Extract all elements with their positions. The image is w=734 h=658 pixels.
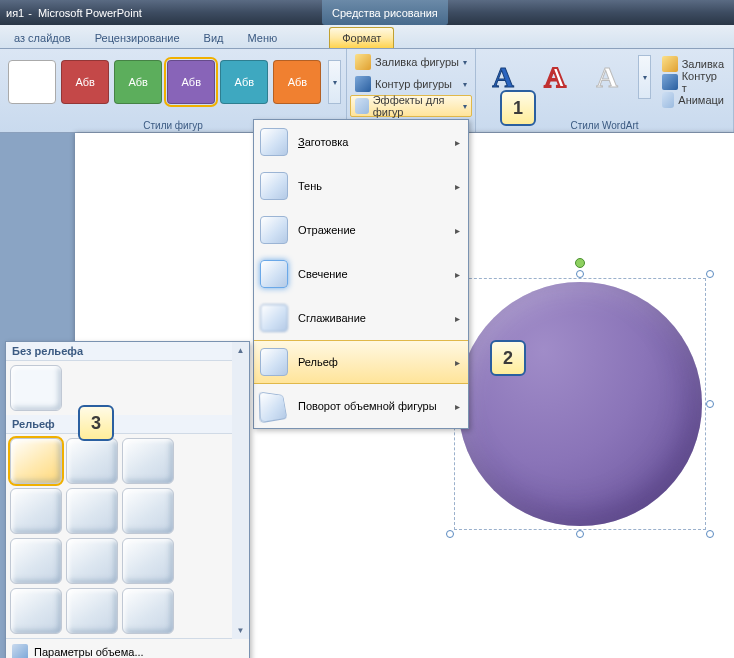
effects-menu: Заготовка ▸ Тень ▸ Отражение ▸ Свечение … [253,119,469,429]
text-fill-label: Заливка [682,58,724,70]
reflection-icon [260,216,288,244]
fx-shadow-label: Тень [298,180,322,192]
callout-1: 1 [500,90,536,126]
fx-softedge[interactable]: Сглаживание ▸ [254,296,468,340]
chevron-right-icon: ▸ [455,401,460,412]
fx-glow[interactable]: Свечение ▸ [254,252,468,296]
resize-handle[interactable] [706,400,714,408]
bevel-options[interactable]: Параметры объема... [6,638,249,658]
separator: - [28,7,32,19]
fx-softedge-label: Сглаживание [298,312,366,324]
paint-bucket-icon [355,54,371,70]
bevel-preset[interactable] [122,538,174,584]
softedge-icon [260,304,288,332]
bevel-preset[interactable] [10,588,62,634]
bevel-preset[interactable] [122,488,174,534]
bevel-header: Рельеф [6,415,249,434]
bevel-gallery: ▲ ▼ Без рельефа Рельеф Параметры объема.… [5,341,250,658]
bevel-preset[interactable] [66,538,118,584]
callout-2: 2 [490,340,526,376]
shape-style-swatch[interactable]: Абв [61,60,109,104]
bevel-preset[interactable] [122,588,174,634]
shape-style-more[interactable]: ▾ [328,60,341,104]
bevel-preset[interactable] [66,488,118,534]
rotation-handle[interactable] [575,258,585,268]
tab-format[interactable]: Формат [329,27,394,48]
preset-icon [260,128,288,156]
bevel-preset-1[interactable] [10,438,62,484]
glow-icon [260,260,288,288]
shape-fill-button[interactable]: Заливка фигуры ▾ [350,51,472,73]
swatch-label: Абв [128,76,147,88]
chevron-down-icon: ▾ [463,80,467,89]
shape-style-gallery: Абв Абв Абв Абв Абв ▾ [5,52,341,104]
shape-fill-label: Заливка фигуры [375,56,459,68]
pen-icon [355,76,371,92]
fx-preset-label: Заготовка [298,136,348,148]
fx-shadow[interactable]: Тень ▸ [254,164,468,208]
shape-outline-button[interactable]: Контур фигуры ▾ [350,73,472,95]
tab-menu[interactable]: Меню [236,28,290,48]
fx-3drotation[interactable]: Поворот объемной фигуры ▸ [254,384,468,428]
chevron-right-icon: ▸ [455,137,460,148]
swatch-label: Абв [288,76,307,88]
chevron-down-icon: ▾ [463,58,467,67]
fx-preset[interactable]: Заготовка ▸ [254,120,468,164]
fx-bevel-label: Рельеф [298,356,338,368]
chevron-right-icon: ▸ [455,269,460,280]
bevel-options-label: Параметры объема... [34,646,144,658]
bevel-preset[interactable] [10,488,62,534]
wordart-more[interactable]: ▾ [638,55,651,99]
bevel-preset[interactable] [122,438,174,484]
chevron-right-icon: ▸ [455,313,460,324]
fx-reflection-label: Отражение [298,224,356,236]
resize-handle[interactable] [706,270,714,278]
resize-handle[interactable] [576,270,584,278]
shape-outline-label: Контур фигуры [375,78,452,90]
bevel-preset[interactable] [10,538,62,584]
shape-style-swatch[interactable]: Абв [220,60,268,104]
fx-3drotation-label: Поворот объемной фигуры [298,400,437,412]
shadow-icon [260,172,288,200]
effects-icon [662,92,674,108]
chevron-right-icon: ▸ [455,181,460,192]
contextual-tab-drawing[interactable]: Средства рисования [322,0,448,25]
tab-review[interactable]: Рецензирование [83,28,192,48]
wordart-style[interactable]: A [584,55,630,99]
shape-style-swatch[interactable]: Абв [114,60,162,104]
shape-effects-label: Эффекты для фигур [373,94,463,118]
resize-handle[interactable] [706,530,714,538]
swatch-label: Абв [182,76,201,88]
chevron-right-icon: ▸ [455,357,460,368]
shape-style-swatch[interactable] [8,60,56,104]
app-name: Microsoft PowerPoint [38,7,142,19]
bevel-none[interactable] [10,365,62,411]
shape-style-swatch[interactable]: Абв [273,60,321,104]
fx-reflection[interactable]: Отражение ▸ [254,208,468,252]
bevel-preset[interactable] [66,588,118,634]
pen-icon [662,74,678,90]
scrollbar[interactable] [232,359,249,639]
scroll-down[interactable]: ▼ [232,622,249,639]
text-anim-button[interactable]: Анимаци [657,91,729,109]
chevron-right-icon: ▸ [455,225,460,236]
text-outline-button[interactable]: Контур т [657,73,729,91]
scroll-up[interactable]: ▲ [232,342,249,359]
oval-shape[interactable] [458,282,702,526]
bevel-preset[interactable] [66,438,118,484]
resize-handle[interactable] [576,530,584,538]
callout-3: 3 [78,405,114,441]
fx-bevel[interactable]: Рельеф ▸ [254,340,468,384]
tab-slideshow[interactable]: аз слайдов [2,28,83,48]
fx-glow-label: Свечение [298,268,348,280]
shape-style-swatch-selected[interactable]: Абв [167,60,215,104]
text-anim-label: Анимаци [678,94,724,106]
shape-effects-button[interactable]: Эффекты для фигур ▾ [350,95,472,117]
no-bevel-header: Без рельефа [6,342,249,361]
rotation3d-icon [259,392,288,424]
resize-handle[interactable] [446,530,454,538]
wordart-style[interactable]: A [532,55,578,99]
title-bar: ия1 - Microsoft PowerPoint Средства рисо… [0,0,734,25]
selected-shape[interactable] [450,274,710,534]
tab-view[interactable]: Вид [192,28,236,48]
